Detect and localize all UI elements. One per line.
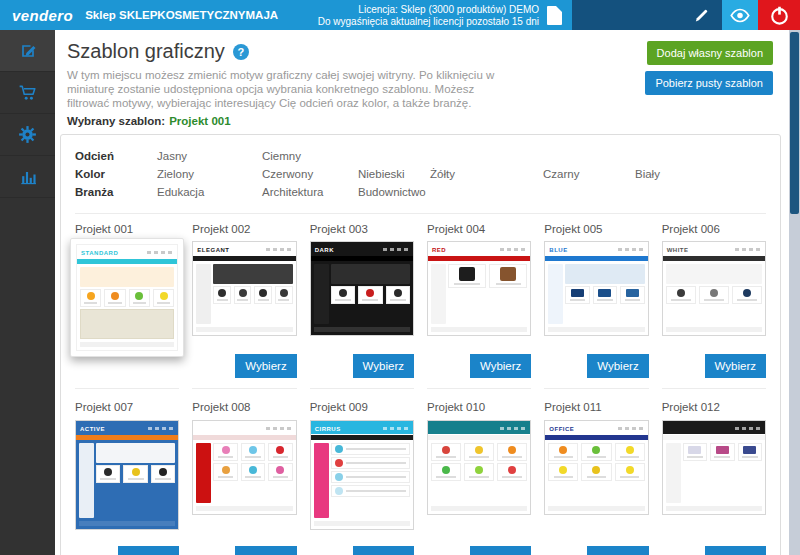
select-template-button[interactable]: Wybierz	[705, 354, 766, 378]
thumb-product-image	[159, 468, 167, 476]
thumb-hero-banner	[331, 264, 410, 284]
thumb-body	[663, 440, 765, 506]
template-card: Projekt 005BLUEWybierz	[544, 223, 648, 389]
thumb-product-pricebar	[155, 478, 171, 480]
logout-power-button[interactable]	[758, 0, 800, 30]
select-template-button[interactable]: Wybierz	[235, 546, 296, 555]
add-own-template-button[interactable]: Dodaj własny szablon	[647, 41, 773, 65]
card-button-row: Wybierz	[310, 354, 414, 378]
select-template-button[interactable]: Wybierz	[587, 546, 648, 555]
download-empty-template-button[interactable]: Pobierz pusty szablon	[645, 71, 773, 95]
preview-eye-button[interactable]	[722, 0, 758, 30]
thumb-product-pricebar	[436, 476, 456, 478]
thumb-footer-bar	[431, 327, 527, 332]
thumb-brand-bar: DARK	[311, 242, 413, 255]
thumb-footer-bar	[548, 327, 644, 332]
page-description: W tym miejscu możesz zmienić motyw grafi…	[67, 68, 501, 110]
template-thumbnail[interactable]	[427, 420, 531, 515]
filter-option[interactable]: Żółty	[430, 165, 543, 183]
thumb-product-image	[160, 292, 168, 300]
filters-divider	[75, 213, 766, 214]
scrollbar-thumb[interactable]	[790, 32, 799, 214]
thumbnail-preview: ELEGANT	[193, 242, 295, 335]
filter-option[interactable]: Czerwony	[262, 165, 358, 183]
thumb-map-block	[80, 309, 174, 339]
filter-option[interactable]: Biały	[635, 165, 715, 183]
thumb-product-tile	[241, 443, 265, 461]
thumb-product-image	[335, 459, 343, 467]
thumb-product-tile	[615, 443, 645, 461]
thumb-sidebar	[196, 264, 211, 324]
select-template-button[interactable]: Wybierz	[705, 546, 766, 555]
compose-icon	[18, 41, 38, 61]
thumb-product-tile	[666, 286, 696, 304]
thumb-product-row	[448, 264, 527, 288]
template-thumbnail[interactable]: RED	[427, 241, 531, 336]
template-thumbnail[interactable]: DARK	[310, 241, 414, 336]
thumb-product-pricebar	[128, 478, 144, 480]
edit-pencil-icon[interactable]	[693, 7, 710, 24]
template-thumbnail[interactable]: ACTIVE	[75, 420, 179, 530]
template-thumbnail[interactable]: WHITE	[662, 241, 766, 336]
vertical-scrollbar[interactable]	[789, 30, 800, 555]
thumb-product-row	[548, 463, 644, 481]
thumb-product-row	[431, 463, 527, 481]
thumb-product-row	[213, 286, 292, 304]
filter-option[interactable]: Budownictwo	[358, 183, 430, 201]
vendero-logo[interactable]: vendero	[0, 7, 85, 24]
thumb-main-area	[331, 443, 410, 518]
select-template-button[interactable]: Wybierz	[587, 354, 648, 378]
thumb-main-area	[431, 443, 527, 503]
thumb-product-row	[331, 286, 410, 304]
template-thumbnail[interactable]	[662, 420, 766, 515]
thumb-product-tile	[593, 286, 617, 304]
select-template-button[interactable]: Wybierz	[353, 546, 414, 555]
thumb-product-pricebar	[258, 299, 269, 301]
template-thumbnail[interactable]: CIRRUS	[310, 420, 414, 530]
thumb-product-image	[475, 446, 483, 454]
filter-option[interactable]: Edukacja	[157, 183, 262, 201]
thumb-product-pricebar	[587, 476, 607, 478]
thumb-product-pricebar	[704, 299, 724, 301]
template-thumbnail[interactable]: BLUE	[544, 241, 648, 336]
help-icon[interactable]: ?	[233, 44, 249, 60]
thumb-product-tile	[213, 443, 237, 461]
select-template-button[interactable]: Wybierz	[353, 354, 414, 378]
thumb-brand-text: RED	[432, 247, 446, 253]
thumb-product-row	[213, 463, 292, 481]
sidebar-item-edit-content[interactable]	[0, 30, 55, 72]
filter-option[interactable]: Zielony	[157, 165, 262, 183]
template-title: Projekt 007	[75, 401, 179, 417]
thumbnail-preview: ACTIVE	[76, 421, 178, 529]
select-template-button[interactable]: Wybierz	[470, 546, 531, 555]
thumb-product-pricebar	[554, 476, 574, 478]
template-thumbnail[interactable]: STANDARD	[70, 238, 184, 357]
template-thumbnail[interactable]: ELEGANT	[192, 241, 296, 336]
template-card: Projekt 006WHITEWybierz	[662, 223, 766, 389]
sidebar-item-settings[interactable]	[0, 114, 55, 156]
select-template-button[interactable]: Wybierz	[470, 354, 531, 378]
thumb-product-image	[339, 289, 347, 297]
license-info: Licencja: Sklep (3000 produktów) DEMO Do…	[318, 2, 539, 28]
filter-option[interactable]: Ciemny	[262, 147, 358, 165]
sidebar-item-statistics[interactable]	[0, 156, 55, 198]
filter-option[interactable]: Niebieski	[358, 165, 430, 183]
filter-option[interactable]: Jasny	[157, 147, 262, 165]
select-template-button[interactable]: Wybierz	[118, 546, 179, 555]
thumb-product-tile	[497, 463, 527, 481]
thumb-product-pricebar	[346, 462, 406, 464]
thumb-product-image	[716, 446, 729, 454]
filter-option[interactable]: Czarny	[543, 165, 635, 183]
template-thumbnail[interactable]: OFFICE	[544, 420, 648, 515]
thumb-product-pricebar	[570, 299, 586, 301]
thumb-sidebar	[431, 264, 446, 324]
select-template-button[interactable]: Wybierz	[235, 354, 296, 378]
thumb-main-area	[548, 443, 644, 503]
filter-option[interactable]: Architektura	[262, 183, 358, 201]
bar-chart-icon	[18, 167, 38, 187]
license-document-icon[interactable]	[547, 6, 562, 25]
sidebar-item-orders[interactable]	[0, 72, 55, 114]
filter-row: BranżaEdukacjaArchitekturaBudownictwo	[75, 183, 766, 201]
template-thumbnail[interactable]	[192, 420, 296, 515]
thumbnail-zone	[427, 417, 531, 539]
